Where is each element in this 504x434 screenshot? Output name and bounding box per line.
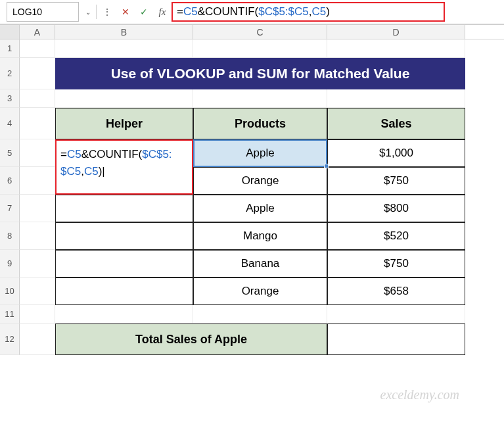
cell[interactable]	[20, 39, 55, 58]
cell[interactable]	[193, 39, 327, 58]
fill-handle-icon[interactable]	[324, 164, 329, 168]
watermark: exceldemy.com	[380, 387, 459, 402]
selected-value: Apple	[246, 147, 274, 160]
header-sales[interactable]: Sales	[327, 108, 465, 139]
enter-icon[interactable]: ✓	[135, 2, 153, 22]
table-cell[interactable]: $750	[327, 250, 465, 277]
cell[interactable]	[20, 167, 55, 195]
table-cell[interactable]: $1,000	[327, 139, 465, 167]
row-header-3[interactable]: 3	[0, 89, 20, 108]
table-cell[interactable]: $520	[327, 222, 465, 250]
formula-text: =C5&COUNTIF($C$5:$C5,C5)|	[60, 146, 172, 180]
table-cell[interactable]	[55, 277, 193, 305]
cell[interactable]	[20, 305, 55, 324]
table-cell[interactable]: Orange	[193, 167, 327, 195]
table-cell[interactable]: $800	[327, 195, 465, 222]
cell[interactable]	[20, 324, 55, 355]
divider-icon	[96, 5, 97, 19]
row-header-12[interactable]: 12	[0, 324, 20, 355]
cell[interactable]	[55, 305, 193, 324]
cell[interactable]	[327, 305, 465, 324]
row-header-10[interactable]: 10	[0, 277, 20, 305]
cell[interactable]	[193, 305, 327, 324]
row-header-1[interactable]: 1	[0, 39, 20, 58]
col-header-B[interactable]: B	[55, 25, 193, 39]
table-cell[interactable]: $658	[327, 277, 465, 305]
cancel-icon[interactable]: ✕	[116, 2, 135, 22]
col-header-C[interactable]: C	[193, 25, 327, 39]
cell[interactable]	[20, 195, 55, 222]
table-cell[interactable]: Mango	[193, 222, 327, 250]
cell[interactable]	[20, 139, 55, 167]
cell[interactable]	[20, 108, 55, 139]
col-header-A[interactable]: A	[20, 25, 55, 39]
table-cell[interactable]: Apple	[193, 195, 327, 222]
cell[interactable]	[20, 222, 55, 250]
row-header-7[interactable]: 7	[0, 195, 20, 222]
cell[interactable]	[327, 39, 465, 58]
formula-text: =C5&COUNTIF($C$5:$C5,C5)	[177, 5, 330, 18]
table-cell[interactable]	[55, 222, 193, 250]
row-headers: 1 2 3 4 5 6 7 8 9 10 11 12	[0, 39, 20, 355]
cell[interactable]	[193, 89, 327, 108]
table-cell[interactable]	[55, 195, 193, 222]
row-header-9[interactable]: 9	[0, 250, 20, 277]
table-cell[interactable]: $750	[327, 167, 465, 195]
worksheet-grid: 1 2 3 4 5 6 7 8 9 10 11 12 Use of VLOOKU…	[0, 39, 504, 355]
cell[interactable]	[20, 89, 55, 108]
header-products[interactable]: Products	[193, 108, 327, 139]
row-header-2[interactable]: 2	[0, 58, 20, 89]
name-box-dropdown-icon[interactable]: ⌄	[81, 9, 95, 16]
cells-area: Use of VLOOKUP and SUM for Matched Value…	[20, 39, 465, 355]
fx-icon[interactable]: fx	[153, 2, 172, 22]
cell[interactable]	[20, 58, 55, 89]
table-cell[interactable]	[55, 250, 193, 277]
formula-input[interactable]: =C5&COUNTIF($C$5:$C5,C5)	[172, 2, 445, 22]
formula-bar: LOG10 ⌄ ⋮ ✕ ✓ fx =C5&COUNTIF($C$5:$C5,C5…	[0, 0, 504, 25]
row-header-11[interactable]: 11	[0, 305, 20, 324]
table-cell[interactable]: Banana	[193, 250, 327, 277]
cell[interactable]	[20, 250, 55, 277]
title-cell[interactable]: Use of VLOOKUP and SUM for Matched Value	[55, 58, 465, 89]
row-header-5[interactable]: 5	[0, 139, 20, 167]
row-header-8[interactable]: 8	[0, 222, 20, 250]
cell[interactable]	[55, 39, 193, 58]
total-value-cell[interactable]	[327, 324, 465, 355]
col-header-D[interactable]: D	[327, 25, 465, 39]
row-header-6[interactable]: 6	[0, 167, 20, 195]
table-cell[interactable]: Orange	[193, 277, 327, 305]
selected-cell-C5[interactable]: Apple	[193, 139, 327, 167]
name-box[interactable]: LOG10	[7, 2, 79, 22]
cell[interactable]	[20, 277, 55, 305]
select-all-corner[interactable]	[0, 25, 20, 39]
column-headers: A B C D	[0, 25, 504, 39]
cell[interactable]	[55, 89, 193, 108]
cell[interactable]	[327, 89, 465, 108]
header-helper[interactable]: Helper	[55, 108, 193, 139]
dots-icon[interactable]: ⋮	[98, 2, 116, 22]
total-label-cell[interactable]: Total Sales of Apple	[55, 324, 327, 355]
row-header-4[interactable]: 4	[0, 108, 20, 139]
editing-cell-B5[interactable]: =C5&COUNTIF($C$5:$C5,C5)|	[55, 139, 193, 195]
